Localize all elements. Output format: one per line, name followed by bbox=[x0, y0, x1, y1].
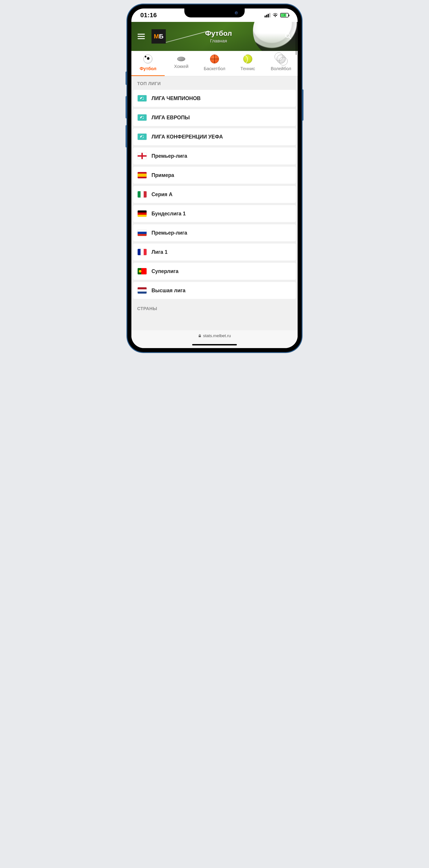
url-text: stats.melbet.ru bbox=[203, 333, 231, 338]
flag-germany-icon bbox=[137, 211, 147, 217]
home-indicator[interactable] bbox=[192, 344, 237, 345]
league-name: ЛИГА ЧЕМПИОНОВ bbox=[152, 95, 201, 101]
section-countries: СТРАНЫ bbox=[131, 301, 298, 315]
tennis-icon bbox=[243, 55, 252, 63]
tab-basketball[interactable]: Баскетбол bbox=[198, 51, 231, 76]
browser-footer: stats.melbet.ru bbox=[131, 330, 298, 348]
hockey-icon bbox=[177, 57, 185, 61]
uefa-flag-icon bbox=[137, 114, 147, 121]
flag-italy-icon bbox=[137, 191, 147, 197]
sport-tabs: Футбол Хоккей Баскетбол Теннис Волейбол bbox=[131, 51, 298, 76]
league-name: Серия А bbox=[152, 191, 173, 197]
uefa-flag-icon bbox=[137, 95, 147, 101]
flag-netherlands-icon bbox=[137, 287, 147, 293]
mute-switch bbox=[126, 71, 127, 85]
status-time: 01:16 bbox=[140, 11, 157, 19]
page-title: Футбол bbox=[152, 29, 285, 37]
tab-tennis[interactable]: Теннис bbox=[231, 51, 264, 76]
league-name: Премьер-лига bbox=[152, 230, 187, 236]
league-name: Высшая лига bbox=[152, 287, 185, 293]
volume-down-button bbox=[126, 125, 127, 148]
league-row[interactable]: Суперлига bbox=[133, 263, 296, 280]
league-name: Примера bbox=[152, 172, 174, 178]
league-row[interactable]: ЛИГА ЕВРОПЫ bbox=[133, 109, 296, 126]
search-button[interactable] bbox=[285, 33, 292, 40]
tab-volleyball[interactable]: Волейбол bbox=[264, 51, 298, 76]
battery-charging-icon: ⚡︎ bbox=[280, 13, 289, 18]
football-icon bbox=[144, 55, 152, 63]
tab-hockey[interactable]: Хоккей bbox=[165, 51, 198, 76]
address-bar[interactable]: stats.melbet.ru bbox=[198, 333, 231, 338]
search-icon bbox=[285, 33, 292, 39]
cellular-signal-icon bbox=[265, 13, 270, 18]
league-row[interactable]: Лига 1 bbox=[133, 244, 296, 260]
flag-spain-icon bbox=[137, 172, 147, 178]
section-top-leagues: ТОП ЛИГИ bbox=[131, 76, 298, 90]
volume-up-button bbox=[126, 96, 127, 118]
device-notch bbox=[184, 8, 245, 18]
league-row[interactable]: ЛИГА КОНФЕРЕНЦИИ УЕФА bbox=[133, 128, 296, 145]
volleyball-icon bbox=[277, 55, 285, 63]
league-name: Лига 1 bbox=[152, 249, 167, 255]
page-header: МБ Футбол Главная bbox=[131, 22, 298, 51]
uefa-flag-icon bbox=[137, 134, 147, 140]
basketball-icon bbox=[210, 55, 219, 63]
tab-label: Хоккей bbox=[174, 64, 188, 69]
main-content[interactable]: ТОП ЛИГИ ЛИГА ЧЕМПИОНОВ ЛИГА ЕВРОПЫ ЛИГА… bbox=[131, 76, 298, 346]
flag-portugal-icon bbox=[137, 268, 147, 274]
league-name: Премьер-лига bbox=[152, 153, 187, 159]
league-name: ЛИГА КОНФЕРЕНЦИИ УЕФА bbox=[152, 134, 223, 140]
tab-label: Футбол bbox=[140, 66, 156, 71]
page-subtitle: Главная bbox=[152, 38, 285, 43]
tab-label: Баскетбол bbox=[204, 66, 225, 71]
league-row[interactable]: ЛИГА ЧЕМПИОНОВ bbox=[133, 90, 296, 107]
scrollbar[interactable] bbox=[296, 33, 297, 55]
league-row[interactable]: Высшая лига bbox=[133, 282, 296, 299]
menu-button[interactable] bbox=[137, 34, 145, 39]
power-button bbox=[302, 89, 303, 121]
front-camera-icon bbox=[235, 11, 238, 14]
flag-england-icon bbox=[137, 153, 147, 159]
league-name: ЛИГА ЕВРОПЫ bbox=[152, 115, 190, 121]
league-row[interactable]: Примера bbox=[133, 167, 296, 184]
league-name: Суперлига bbox=[152, 268, 179, 274]
wifi-icon bbox=[273, 13, 278, 17]
league-row[interactable]: Бундеслига 1 bbox=[133, 205, 296, 222]
tab-football[interactable]: Футбол bbox=[131, 51, 165, 76]
flag-france-icon bbox=[137, 249, 147, 255]
svg-rect-2 bbox=[198, 336, 201, 337]
lock-icon bbox=[198, 334, 201, 337]
league-row[interactable]: Премьер-лига bbox=[133, 148, 296, 164]
league-name: Бундеслига 1 bbox=[152, 211, 186, 217]
league-row[interactable]: Премьер-лига bbox=[133, 224, 296, 241]
league-row[interactable]: Серия А bbox=[133, 186, 296, 203]
tab-label: Волейбол bbox=[271, 66, 292, 71]
flag-russia-icon bbox=[137, 230, 147, 236]
svg-line-1 bbox=[289, 37, 291, 39]
tab-label: Теннис bbox=[240, 66, 255, 71]
